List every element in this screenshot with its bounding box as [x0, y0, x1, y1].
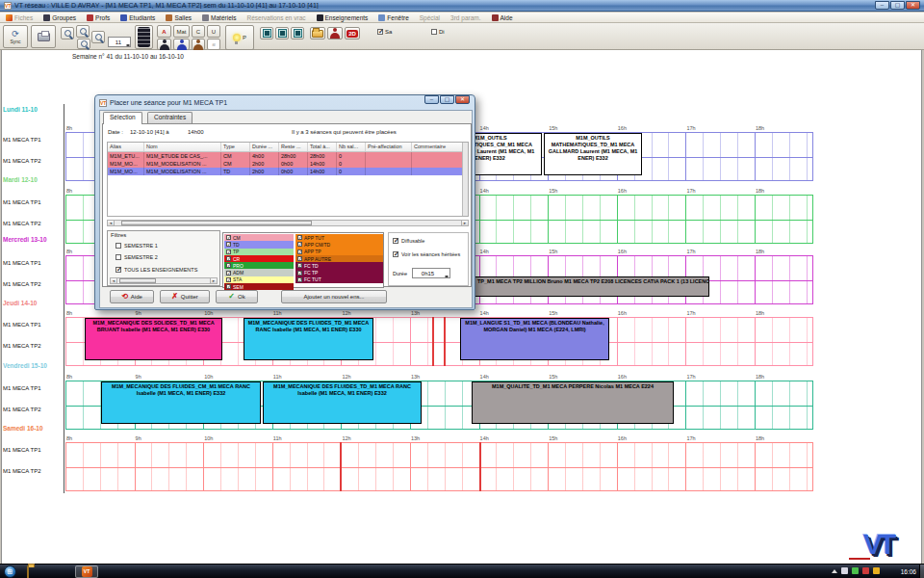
print-button[interactable] [31, 25, 56, 48]
filters-scrollbar[interactable]: ◄ ► [110, 277, 218, 284]
grid-view-2-button[interactable] [275, 27, 289, 39]
open-folder-button[interactable] [310, 27, 325, 39]
vt-taskbar-button[interactable]: VT [75, 565, 98, 578]
menu-groupes[interactable]: Groupes [43, 14, 76, 21]
zoom-reset-button[interactable] [77, 39, 90, 49]
column-header[interactable]: Nb sal... [337, 143, 366, 151]
scrollbar-track[interactable] [117, 278, 210, 283]
scroll-left-arrow[interactable]: ◄ [111, 278, 117, 283]
table-row[interactable]: M1M_MO...M1M_MODELISATION ...TD2h000h001… [108, 168, 468, 175]
menu-r-servations-en-vrac[interactable]: Réservations en vrac [246, 14, 305, 21]
scrollbar-thumb[interactable] [119, 278, 156, 283]
planning-view-button[interactable] [135, 25, 153, 49]
menu-aide[interactable]: Aide [492, 14, 513, 21]
column-header[interactable]: Reste ... [279, 143, 308, 151]
menu-fiches[interactable]: Fiches [6, 14, 33, 21]
dialog-title-bar[interactable]: VT Placer une séance pour M1 MECA TP1 [99, 97, 417, 108]
zoom-out-button[interactable] [61, 27, 74, 39]
scroll-right-arrow[interactable]: ► [210, 278, 217, 283]
place-session-dialog[interactable]: VT Placer une séance pour M1 MECA TP1 – … [94, 94, 475, 310]
legend-fc-td[interactable]: FC TD [295, 262, 383, 269]
menu-etudiants[interactable]: Etudiants [120, 14, 155, 21]
start-button[interactable]: ⊞ [4, 565, 16, 578]
taskbar-clock[interactable]: 16:06 [901, 565, 916, 578]
column-header[interactable]: Total à... [308, 143, 337, 151]
scroll-right-arrow[interactable]: ► [461, 221, 468, 225]
room-button[interactable] [192, 39, 205, 50]
semestre2-checkbox[interactable]: ✓ SEMESTRE 2 [116, 254, 158, 260]
maximize-button[interactable]: ▢ [890, 1, 905, 10]
tab-contraintes[interactable]: Contraintes [147, 112, 192, 123]
legend-cm[interactable]: CM [224, 234, 294, 241]
title-bar[interactable]: VT VT réseau : VILLE D AVRAY - [M1 MECA … [0, 0, 924, 12]
sessions-table[interactable]: AliasNomTypeDurée ...Reste ...Total à...… [107, 142, 469, 217]
table-horizontal-scrollbar[interactable]: ◄ ► [107, 220, 469, 226]
course-block[interactable]: M1M_QUALITE_TD_M1 MECA PERPERE Nicolas M… [472, 381, 674, 424]
menu-mat-riels[interactable]: Matériels [202, 14, 236, 21]
menu-fen-tre[interactable]: Fenêtre [378, 14, 408, 21]
column-header[interactable]: Commentaire [412, 143, 464, 151]
legend-app-cm-td[interactable]: APP CM/TD [295, 241, 383, 248]
legend-adm[interactable]: ADM [224, 269, 294, 276]
show-desktop-button[interactable] [919, 565, 924, 578]
explorer-taskbar-icon[interactable] [27, 566, 29, 578]
close-button[interactable]: ✕ [906, 1, 920, 10]
c-button[interactable]: C [192, 25, 205, 38]
zoom-width-button[interactable] [91, 31, 105, 43]
2d-view-button[interactable]: 2D [345, 27, 360, 39]
tray-expand-icon[interactable] [832, 566, 837, 573]
dialog-close-button[interactable]: ✕ [455, 95, 470, 104]
scroll-left-arrow[interactable]: ◄ [108, 221, 115, 225]
saturday-checkbox[interactable]: ✓ Sa [377, 29, 392, 35]
legend-fc-tp[interactable]: FC TP [295, 269, 383, 276]
column-header[interactable]: Pré-affectation [366, 143, 412, 151]
grid-view-1-button[interactable] [260, 27, 273, 39]
legend-td[interactable]: TD [224, 241, 294, 248]
grid-view-3-button[interactable] [291, 27, 304, 39]
u-button[interactable]: U [207, 25, 220, 38]
duration-spinner[interactable]: 0h15 [412, 268, 450, 278]
tray-icon[interactable] [841, 567, 848, 574]
quitter-button[interactable]: ✗ Quitter [160, 290, 210, 303]
menu-salles[interactable]: Salles [166, 14, 192, 21]
scrollbar-thumb[interactable] [121, 221, 312, 225]
tab-selection[interactable]: Sélection [103, 112, 142, 124]
column-header[interactable]: Nom [144, 143, 221, 151]
legend-app-tp[interactable]: APP TP [295, 249, 383, 255]
row-height-spinner[interactable]: 11 [108, 37, 131, 47]
tous-enseignements-checkbox[interactable]: ✓ TOUS LES ENSEIGNEMENTS [116, 267, 197, 273]
course-block[interactable]: M1M_MECANIQUE DES FLUIDES_TD_M1 MECA RAN… [244, 318, 373, 360]
place-session-button[interactable]: P [225, 25, 254, 50]
minimize-button[interactable]: – [875, 1, 889, 10]
table-vertical-scrollbar[interactable] [462, 143, 468, 216]
legend-app-tut[interactable]: APP TUT [295, 234, 383, 241]
scrollbar-track[interactable] [115, 221, 461, 225]
zoom-in-button[interactable] [76, 25, 90, 38]
course-block[interactable]: TP_M1 MECA TP2 MILLION Bruno M1 MECA TP2… [475, 276, 709, 297]
course-block[interactable]: M1M_MECANIQUE DES SOLIDES_TD_M1 MECA BRU… [85, 318, 222, 360]
ok-button[interactable]: ✓ Ok [216, 290, 258, 303]
table-row[interactable]: M1M_MO...M1M_MODELISATION ...CM2h000h001… [108, 160, 468, 168]
menu-profs[interactable]: Profs [87, 14, 110, 21]
course-block[interactable]: M1M_MECANIQUE DES FLUIDES_CM_M1 MECA RAN… [101, 381, 261, 424]
seances-heritees-checkbox[interactable]: ✓ Voir les séances héritées [393, 251, 460, 257]
menu-3rd-param-[interactable]: 3rd param. [450, 14, 480, 21]
sunday-checkbox[interactable]: ✓ Di [431, 29, 445, 35]
menu-enseignements[interactable]: Enseignements [317, 14, 369, 21]
column-header[interactable]: Durée ... [250, 143, 279, 151]
teachers-button[interactable] [157, 39, 171, 50]
group-button[interactable] [327, 27, 343, 39]
diffusable-checkbox[interactable]: ✓ Diffusable [393, 238, 424, 244]
course-block[interactable]: M1M_OUTILS MATHEMATIQUES_TD_M1 MECA GALL… [544, 133, 642, 175]
legend-tp[interactable]: TP [224, 249, 294, 255]
student-button[interactable] [173, 39, 190, 50]
course-block[interactable]: M1M_LANGUE S1_TD_M1 MECA (BLONDEAU Natha… [460, 318, 609, 360]
tray-icon[interactable] [873, 567, 880, 574]
column-header[interactable]: Alias [108, 143, 144, 151]
document-button[interactable]: ≋ [207, 39, 220, 50]
table-row[interactable]: M1M_ETU...M1M_ETUDE DE CAS_...CM4h0028h0… [108, 152, 468, 160]
aide-button[interactable]: ⟲ Aide [110, 290, 154, 303]
column-header[interactable]: Type [221, 143, 250, 151]
legend-cr[interactable]: CR [224, 255, 294, 262]
tray-icon[interactable] [862, 567, 869, 574]
